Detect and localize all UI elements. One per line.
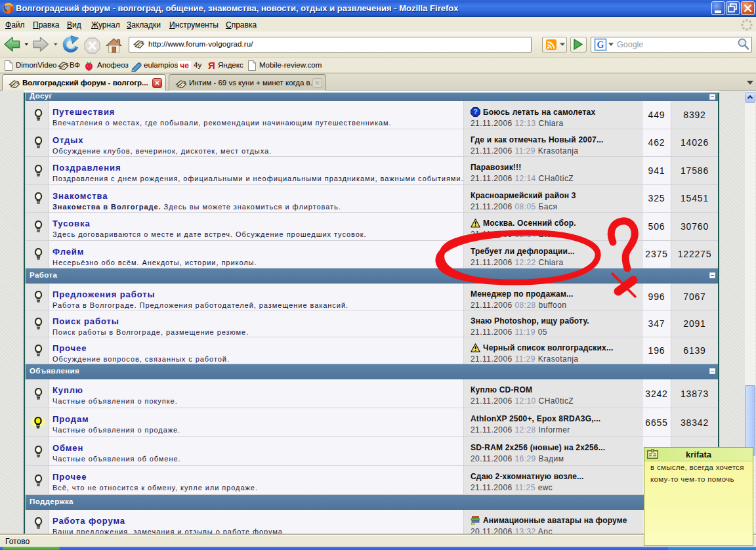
svg-text:?: ? <box>473 108 478 116</box>
svg-text:G: G <box>597 40 604 50</box>
svg-text:Я: Я <box>208 60 215 71</box>
svg-text:че: че <box>180 61 189 70</box>
